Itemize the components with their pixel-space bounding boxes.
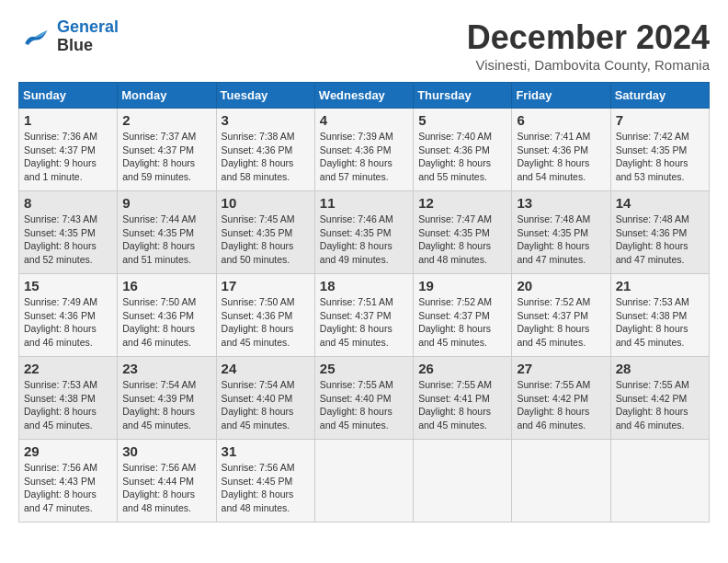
day-detail: Sunrise: 7:37 AMSunset: 4:37 PMDaylight:… xyxy=(122,130,210,184)
calendar-cell: 23Sunrise: 7:54 AMSunset: 4:39 PMDayligh… xyxy=(118,357,216,440)
calendar-title: December 2024 xyxy=(467,18,710,57)
day-detail: Sunrise: 7:48 AMSunset: 4:35 PMDaylight:… xyxy=(517,213,605,267)
day-detail: Sunrise: 7:47 AMSunset: 4:35 PMDaylight:… xyxy=(418,213,506,267)
day-detail: Sunrise: 7:50 AMSunset: 4:36 PMDaylight:… xyxy=(122,295,210,350)
day-detail: Sunrise: 7:55 AMSunset: 4:42 PMDaylight:… xyxy=(616,378,704,432)
day-number: 19 xyxy=(418,278,506,293)
day-number: 25 xyxy=(320,361,408,376)
day-detail: Sunrise: 7:42 AMSunset: 4:35 PMDaylight:… xyxy=(616,130,704,184)
day-detail: Sunrise: 7:48 AMSunset: 4:36 PMDaylight:… xyxy=(616,213,704,267)
day-header-wednesday: Wednesday xyxy=(314,83,413,109)
calendar-cell: 10Sunrise: 7:45 AMSunset: 4:35 PMDayligh… xyxy=(216,191,314,274)
day-number: 31 xyxy=(222,443,310,459)
day-detail: Sunrise: 7:40 AMSunset: 4:36 PMDaylight:… xyxy=(418,130,506,184)
day-detail: Sunrise: 7:43 AMSunset: 4:35 PMDaylight:… xyxy=(24,213,112,267)
calendar-table: SundayMondayTuesdayWednesdayThursdayFrid… xyxy=(18,82,710,523)
calendar-cell: 13Sunrise: 7:48 AMSunset: 4:35 PMDayligh… xyxy=(512,191,610,274)
day-detail: Sunrise: 7:38 AMSunset: 4:36 PMDaylight:… xyxy=(222,130,310,184)
logo-text: General Blue xyxy=(57,18,119,55)
calendar-cell: 3Sunrise: 7:38 AMSunset: 4:36 PMDaylight… xyxy=(216,109,314,191)
day-number: 14 xyxy=(616,195,704,211)
calendar-cell: 30Sunrise: 7:56 AMSunset: 4:44 PMDayligh… xyxy=(118,440,216,523)
day-detail: Sunrise: 7:44 AMSunset: 4:35 PMDaylight:… xyxy=(122,213,210,267)
calendar-cell xyxy=(414,440,512,523)
calendar-cell xyxy=(314,440,413,523)
calendar-cell: 26Sunrise: 7:55 AMSunset: 4:41 PMDayligh… xyxy=(414,357,512,440)
day-number: 24 xyxy=(222,361,310,376)
calendar-cell: 19Sunrise: 7:52 AMSunset: 4:37 PMDayligh… xyxy=(414,274,512,357)
day-detail: Sunrise: 7:49 AMSunset: 4:36 PMDaylight:… xyxy=(24,295,112,350)
day-number: 15 xyxy=(24,278,112,293)
day-number: 6 xyxy=(517,112,605,128)
day-number: 1 xyxy=(24,112,112,128)
day-detail: Sunrise: 7:36 AMSunset: 4:37 PMDaylight:… xyxy=(24,130,112,184)
logo-icon xyxy=(18,20,51,53)
day-number: 26 xyxy=(418,361,506,376)
calendar-cell: 17Sunrise: 7:50 AMSunset: 4:36 PMDayligh… xyxy=(216,274,314,357)
day-number: 27 xyxy=(517,361,605,376)
calendar-cell: 4Sunrise: 7:39 AMSunset: 4:36 PMDaylight… xyxy=(314,109,413,191)
day-number: 10 xyxy=(222,195,310,211)
calendar-cell: 9Sunrise: 7:44 AMSunset: 4:35 PMDaylight… xyxy=(118,191,216,274)
day-detail: Sunrise: 7:50 AMSunset: 4:36 PMDaylight:… xyxy=(222,295,310,350)
day-detail: Sunrise: 7:46 AMSunset: 4:35 PMDaylight:… xyxy=(320,213,408,267)
day-number: 21 xyxy=(616,278,704,293)
calendar-cell: 7Sunrise: 7:42 AMSunset: 4:35 PMDaylight… xyxy=(610,109,709,191)
day-detail: Sunrise: 7:51 AMSunset: 4:37 PMDaylight:… xyxy=(320,295,408,350)
day-number: 17 xyxy=(222,278,310,293)
day-number: 9 xyxy=(122,195,210,211)
calendar-cell: 27Sunrise: 7:55 AMSunset: 4:42 PMDayligh… xyxy=(512,357,610,440)
week-row-5: 29Sunrise: 7:56 AMSunset: 4:43 PMDayligh… xyxy=(19,440,710,523)
calendar-cell: 6Sunrise: 7:41 AMSunset: 4:36 PMDaylight… xyxy=(512,109,610,191)
day-detail: Sunrise: 7:56 AMSunset: 4:45 PMDaylight:… xyxy=(222,461,310,515)
day-number: 11 xyxy=(320,195,408,211)
day-number: 2 xyxy=(122,112,210,128)
calendar-cell: 5Sunrise: 7:40 AMSunset: 4:36 PMDaylight… xyxy=(414,109,512,191)
header: General Blue December 2024 Visinesti, Da… xyxy=(18,18,710,73)
day-number: 29 xyxy=(24,443,112,459)
calendar-cell: 28Sunrise: 7:55 AMSunset: 4:42 PMDayligh… xyxy=(610,357,709,440)
day-header-tuesday: Tuesday xyxy=(216,83,314,109)
day-detail: Sunrise: 7:53 AMSunset: 4:38 PMDaylight:… xyxy=(616,295,704,350)
day-header-saturday: Saturday xyxy=(610,83,709,109)
days-header-row: SundayMondayTuesdayWednesdayThursdayFrid… xyxy=(19,83,710,109)
day-number: 5 xyxy=(418,112,506,128)
day-number: 22 xyxy=(24,361,112,376)
day-detail: Sunrise: 7:52 AMSunset: 4:37 PMDaylight:… xyxy=(517,295,605,350)
calendar-subtitle: Visinesti, Dambovita County, Romania xyxy=(467,57,710,73)
day-header-friday: Friday xyxy=(512,83,610,109)
day-number: 23 xyxy=(122,361,210,376)
calendar-cell: 16Sunrise: 7:50 AMSunset: 4:36 PMDayligh… xyxy=(118,274,216,357)
calendar-cell: 12Sunrise: 7:47 AMSunset: 4:35 PMDayligh… xyxy=(414,191,512,274)
day-number: 16 xyxy=(122,278,210,293)
calendar-cell: 15Sunrise: 7:49 AMSunset: 4:36 PMDayligh… xyxy=(19,274,118,357)
day-detail: Sunrise: 7:56 AMSunset: 4:44 PMDaylight:… xyxy=(122,461,210,515)
day-detail: Sunrise: 7:39 AMSunset: 4:36 PMDaylight:… xyxy=(320,130,408,184)
day-header-thursday: Thursday xyxy=(414,83,512,109)
day-detail: Sunrise: 7:56 AMSunset: 4:43 PMDaylight:… xyxy=(24,461,112,515)
calendar-cell: 22Sunrise: 7:53 AMSunset: 4:38 PMDayligh… xyxy=(19,357,118,440)
calendar-cell: 2Sunrise: 7:37 AMSunset: 4:37 PMDaylight… xyxy=(118,109,216,191)
calendar-cell: 31Sunrise: 7:56 AMSunset: 4:45 PMDayligh… xyxy=(216,440,314,523)
calendar-cell: 21Sunrise: 7:53 AMSunset: 4:38 PMDayligh… xyxy=(610,274,709,357)
day-detail: Sunrise: 7:54 AMSunset: 4:40 PMDaylight:… xyxy=(222,378,310,432)
day-number: 18 xyxy=(320,278,408,293)
day-detail: Sunrise: 7:41 AMSunset: 4:36 PMDaylight:… xyxy=(517,130,605,184)
day-detail: Sunrise: 7:55 AMSunset: 4:42 PMDaylight:… xyxy=(517,378,605,432)
day-number: 4 xyxy=(320,112,408,128)
calendar-cell xyxy=(610,440,709,523)
day-number: 28 xyxy=(616,361,704,376)
day-detail: Sunrise: 7:45 AMSunset: 4:35 PMDaylight:… xyxy=(222,213,310,267)
calendar-cell: 20Sunrise: 7:52 AMSunset: 4:37 PMDayligh… xyxy=(512,274,610,357)
calendar-cell: 14Sunrise: 7:48 AMSunset: 4:36 PMDayligh… xyxy=(610,191,709,274)
day-header-monday: Monday xyxy=(118,83,216,109)
calendar-cell: 29Sunrise: 7:56 AMSunset: 4:43 PMDayligh… xyxy=(19,440,118,523)
week-row-1: 1Sunrise: 7:36 AMSunset: 4:37 PMDaylight… xyxy=(19,109,710,191)
calendar-cell: 8Sunrise: 7:43 AMSunset: 4:35 PMDaylight… xyxy=(19,191,118,274)
day-detail: Sunrise: 7:55 AMSunset: 4:41 PMDaylight:… xyxy=(418,378,506,432)
day-header-sunday: Sunday xyxy=(19,83,118,109)
day-number: 8 xyxy=(24,195,112,211)
day-number: 13 xyxy=(517,195,605,211)
calendar-cell: 1Sunrise: 7:36 AMSunset: 4:37 PMDaylight… xyxy=(19,109,118,191)
day-number: 30 xyxy=(122,443,210,459)
